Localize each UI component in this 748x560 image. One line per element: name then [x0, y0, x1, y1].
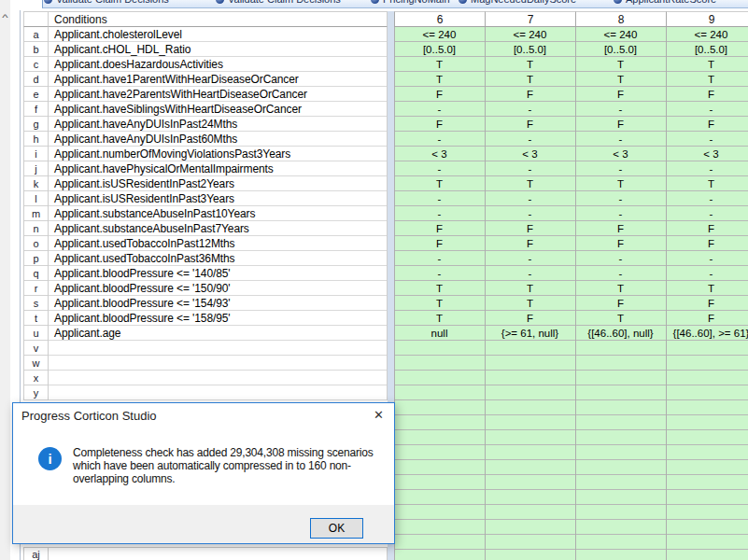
value-cell[interactable]: T	[394, 311, 485, 326]
column-header-8[interactable]: 8	[575, 11, 666, 27]
value-cell[interactable]: <= 240	[394, 27, 485, 42]
value-cell[interactable]	[575, 341, 666, 356]
row-letter[interactable]: q	[24, 266, 48, 281]
conditions-header[interactable]: Conditions	[49, 11, 388, 27]
row-letter[interactable]: b	[24, 42, 48, 57]
value-cell[interactable]: -	[666, 251, 748, 266]
tab-validate-claim-decisions-2[interactable]: Validate Claim Decisions	[216, 0, 341, 8]
value-cell[interactable]: [0..5.0]	[485, 42, 575, 57]
value-cell[interactable]: -	[575, 132, 666, 147]
column-header-7[interactable]: 7	[485, 11, 575, 27]
row-letter[interactable]: f	[24, 102, 48, 117]
value-cell[interactable]: -	[485, 191, 575, 206]
row-letter[interactable]: l	[24, 191, 48, 206]
value-cell[interactable]: F	[485, 87, 575, 102]
row-letter[interactable]: h	[24, 132, 48, 147]
row-letter[interactable]: c	[24, 57, 48, 72]
condition-cell[interactable]: Applicant.bloodPressure <= '140/85'	[49, 266, 387, 281]
value-cell[interactable]: -	[666, 102, 748, 117]
value-cell[interactable]: T	[394, 72, 485, 87]
value-cell[interactable]: -	[394, 206, 485, 221]
value-cell[interactable]: F	[575, 296, 666, 311]
value-cell[interactable]: -	[485, 132, 575, 147]
condition-cell[interactable]: Applicant.isUSResidentInPast3Years	[49, 191, 387, 206]
value-cell[interactable]: <= 240	[575, 27, 666, 42]
value-cell[interactable]: T	[394, 176, 485, 191]
condition-cell[interactable]: Applicant.substanceAbuseInPast10Years	[49, 206, 387, 221]
row-letter[interactable]: p	[24, 251, 48, 266]
row-letter[interactable]: g	[24, 117, 48, 132]
value-cell[interactable]: T	[666, 72, 748, 87]
value-cell[interactable]: -	[485, 251, 575, 266]
value-cell[interactable]: -	[394, 266, 485, 281]
close-icon[interactable]: ✕	[374, 408, 384, 423]
value-cell[interactable]: < 3	[485, 147, 575, 161]
ok-button[interactable]: OK	[310, 518, 363, 539]
value-cell[interactable]: T	[394, 281, 485, 296]
condition-cell[interactable]: Applicant.substanceAbuseInPast7Years	[49, 221, 387, 236]
value-cell[interactable]: -	[485, 266, 575, 281]
value-cell[interactable]: F	[575, 221, 666, 236]
value-cell[interactable]: -	[666, 132, 748, 147]
value-cell[interactable]: -	[394, 191, 485, 206]
value-cell[interactable]: -	[575, 251, 666, 266]
value-cell[interactable]: [0..5.0]	[666, 42, 748, 57]
value-cell[interactable]: T	[485, 72, 575, 87]
value-cell[interactable]	[485, 385, 575, 400]
tab-mag-needed-daily-score[interactable]: MagNeededDailyScore	[459, 0, 576, 8]
row-letter[interactable]: r	[24, 281, 48, 296]
value-cell[interactable]: -	[575, 191, 666, 206]
value-cell[interactable]: F	[666, 296, 748, 311]
value-cell[interactable]: T	[575, 72, 666, 87]
value-cell[interactable]	[666, 371, 748, 385]
value-cell[interactable]: F	[666, 117, 748, 132]
tab-validate-claim-decisions-1[interactable]: Validate Claim Decisions	[44, 0, 169, 8]
value-cell[interactable]: T	[575, 281, 666, 296]
value-cell[interactable]: F	[394, 236, 485, 251]
condition-cell[interactable]: Applicant.haveAnyDUIsInPast60Mths	[49, 132, 387, 147]
value-cell[interactable]	[575, 371, 666, 385]
row-letter[interactable]: x	[24, 371, 48, 385]
value-cell[interactable]	[394, 356, 485, 371]
value-cell[interactable]	[394, 385, 485, 400]
value-cell[interactable]: [0..5.0]	[394, 42, 485, 57]
value-cell[interactable]: F	[394, 87, 485, 102]
column-header-6[interactable]: 6	[394, 11, 485, 27]
row-letter[interactable]: i	[24, 147, 48, 161]
value-cell[interactable]: -	[666, 191, 748, 206]
condition-cell[interactable]: Applicant.have2ParentsWithHeartDiseaseOr…	[49, 87, 387, 102]
value-cell[interactable]: -	[575, 266, 666, 281]
value-cell[interactable]: T	[485, 281, 575, 296]
row-letter[interactable]: n	[24, 221, 48, 236]
value-cell[interactable]: -	[485, 102, 575, 117]
value-cell[interactable]: [0..5.0]	[575, 42, 666, 57]
value-cell[interactable]: F	[575, 236, 666, 251]
condition-cell[interactable]: Applicant.havePhysicalOrMentalImpairment…	[49, 161, 387, 176]
value-cell[interactable]: -	[666, 266, 748, 281]
row-letter[interactable]: k	[24, 176, 48, 191]
value-cell[interactable]: -	[575, 102, 666, 117]
condition-cell[interactable]: Applicant.doesHazardousActivities	[49, 57, 387, 72]
row-letter[interactable]: w	[24, 356, 48, 371]
condition-cell[interactable]: Applicant.have1ParentWithHearDiseaseOrCa…	[49, 72, 387, 87]
row-letter[interactable]: t	[24, 311, 48, 326]
value-cell[interactable]: -	[575, 161, 666, 176]
value-cell[interactable]: {[46..60], null}	[575, 326, 666, 341]
condition-cell[interactable]: Applicant.haveSiblingsWithHeartDiseaseOr…	[49, 102, 387, 117]
value-cell[interactable]: F	[666, 311, 748, 326]
value-cell[interactable]: F	[575, 87, 666, 102]
value-cell[interactable]: F	[394, 221, 485, 236]
condition-cell[interactable]: Applicant.cHOL_HDL_Ratio	[49, 42, 387, 57]
value-cell[interactable]: -	[575, 206, 666, 221]
condition-cell[interactable]: Applicant.haveAnyDUIsInPast24Mths	[49, 117, 387, 132]
condition-cell[interactable]: Applicant.usedTobaccoInPast12Mths	[49, 236, 387, 251]
value-cell[interactable]: T	[485, 296, 575, 311]
value-cell[interactable]: < 3	[666, 147, 748, 161]
value-cell[interactable]: T	[485, 176, 575, 191]
value-cell[interactable]: T	[575, 176, 666, 191]
value-cell[interactable]: F	[666, 87, 748, 102]
value-cell[interactable]: < 3	[575, 147, 666, 161]
value-cell[interactable]	[666, 356, 748, 371]
condition-cell[interactable]	[49, 385, 387, 400]
value-cell[interactable]	[575, 356, 666, 371]
